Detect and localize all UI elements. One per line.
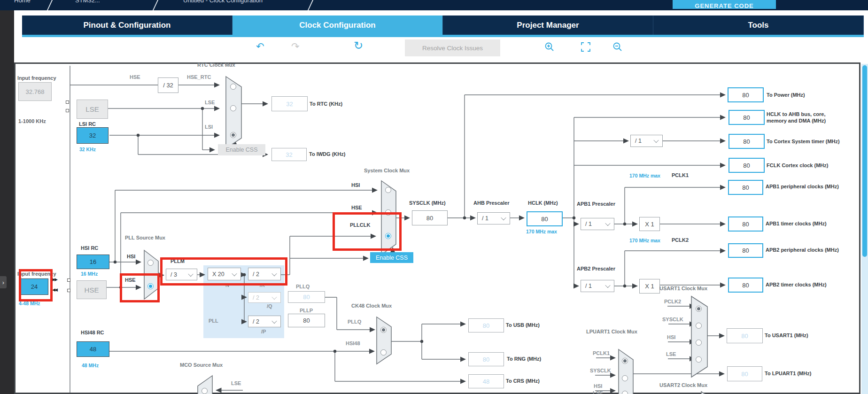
lpuart1-radio-pclk1[interactable] [622, 358, 628, 364]
ck48-radio-pllq[interactable] [380, 327, 387, 333]
breadcrumb-home[interactable]: Home [14, 0, 31, 4]
breadcrumb-bar: Home STM32... Untitled - Clock Configura… [0, 0, 868, 10]
pllsrc-radio-hsi[interactable] [147, 260, 154, 266]
lse-source-box[interactable]: LSE [77, 100, 108, 119]
pllq-value-box[interactable]: 80 [288, 291, 325, 303]
usart1-radio-sysclk[interactable] [696, 323, 702, 329]
sysmux-radio-pllclk[interactable] [385, 233, 391, 239]
breadcrumb-page[interactable]: Untitled - Clock Configuration [183, 0, 263, 4]
usart1-radio-lse[interactable] [696, 356, 702, 363]
pllsrc-radio-hse[interactable] [147, 283, 154, 289]
pllsrc-hse-label: HSE [125, 277, 136, 283]
hclk-value-box[interactable]: 80 [527, 211, 563, 226]
to-rng-value-box[interactable]: 80 [468, 352, 504, 366]
lpuart1-clock-mux-title: LPUART1 Clock Mux [586, 329, 637, 334]
sysmux-radio-hsi[interactable] [385, 187, 391, 193]
lsi-wire-label: LSI [205, 124, 213, 130]
breadcrumb-project[interactable]: STM32... [75, 0, 100, 4]
pllp-value-box[interactable]: 80 [288, 314, 325, 327]
apb1-timer-mult-box[interactable]: X 1 [639, 217, 660, 231]
to-lpuart1-value-box[interactable]: 80 [727, 366, 762, 381]
pll-source-mux-shape [144, 250, 158, 299]
to-iwdg-value-box[interactable]: 32 [271, 148, 307, 161]
lse-port[interactable] [66, 109, 69, 112]
hse-input-frequency-field[interactable]: 24 [20, 278, 48, 295]
to-crs-value-box[interactable]: 48 [468, 374, 504, 388]
to-usb-value-box[interactable]: 80 [468, 318, 504, 332]
hclk-max-label: 170 MHz max [526, 229, 557, 234]
rtc-mux-radio-hse[interactable] [230, 84, 236, 90]
lpuart1-hsi-label: HSI [594, 383, 602, 389]
apb1-prescaler-label: APB1 Prescaler [577, 201, 615, 207]
pllr-dropdown[interactable]: / 2 [248, 268, 281, 280]
hse-source-box[interactable]: HSE [77, 280, 107, 299]
apb1-max-label: 170 MHz max [629, 173, 660, 178]
usart1-radio-pclk2[interactable] [696, 306, 702, 312]
tabs-underline [22, 35, 864, 37]
fclk-value-box[interactable]: 80 [728, 158, 765, 173]
lse-input-frequency-label: Input frequency [17, 75, 56, 81]
usart1-radio-hsi[interactable] [696, 340, 702, 346]
apb2-timer-value-box[interactable]: 80 [728, 278, 763, 293]
hclk-ahb-value-box[interactable]: 80 [728, 110, 765, 125]
sysmux-pllclk-label: PLLCLK [350, 222, 370, 228]
lse-range-label: 1-1000 KHz [18, 118, 46, 124]
hse-port[interactable] [67, 278, 70, 282]
lpuart1-clock-mux-shape [619, 349, 633, 394]
ck48-radio-hsi48[interactable] [380, 349, 387, 355]
pllp-dropdown[interactable]: / 2 [248, 316, 281, 327]
plln-dropdown[interactable]: X 20 [208, 268, 241, 280]
lse-input-frequency-field[interactable]: 32.768 [18, 82, 52, 101]
rtc-enable-css-button[interactable]: Enable CSS [218, 144, 265, 155]
apb1-timer-value-box[interactable]: 80 [728, 216, 763, 232]
to-usb-label: To USB (MHz) [506, 322, 540, 328]
lpuart1-radio-sysclk[interactable] [622, 375, 628, 381]
lsi-rc-box[interactable]: 32 [77, 127, 108, 144]
tab-clock-configuration[interactable]: Clock Configuration [232, 15, 443, 35]
ahb-prescaler-label: AHB Prescaler [473, 200, 509, 206]
pllq-dropdown[interactable]: / 2 [248, 292, 281, 303]
vertical-scrollbar-thumb[interactable] [862, 65, 867, 257]
tab-tools[interactable]: Tools [653, 15, 864, 35]
ck48-pllq-label: PLLQ [348, 319, 361, 324]
generate-code-button[interactable]: GENERATE CODE [673, 0, 776, 9]
lse-port[interactable] [66, 100, 69, 104]
lpuart1-sysclk-label: SYSCLK [590, 368, 611, 373]
hclk-label: HCLK (MHz) [528, 200, 558, 206]
rtc-hse-div32-box[interactable]: / 32 [158, 77, 178, 93]
apb1-peripheral-value-box[interactable]: 80 [728, 180, 763, 195]
to-rtc-value-box[interactable]: 32 [271, 96, 308, 111]
ahb-prescaler-dropdown[interactable]: / 1 [477, 212, 510, 224]
cortex-timer-value-box[interactable]: 80 [728, 134, 765, 149]
tab-pinout-configuration[interactable]: Pinout & Configuration [22, 15, 232, 35]
pllm-dropdown[interactable]: / 3 [166, 269, 197, 280]
lpuart1-pclk1-label: PCLK1 [593, 350, 610, 356]
pll-source-mux-title: PLL Source Mux [125, 235, 165, 240]
hse-port[interactable] [67, 289, 70, 292]
chevron-down-icon [188, 271, 193, 276]
apb2-prescaler-dropdown[interactable]: / 1 [581, 280, 614, 292]
rtc-mux-radio-lsi[interactable] [230, 132, 236, 138]
to-usart1-value-box[interactable]: 80 [727, 328, 763, 343]
apb2-peripheral-value-box[interactable]: 80 [728, 243, 763, 258]
to-rng-label: To RNG (MHz) [507, 356, 541, 362]
sysmux-enable-css-button[interactable]: Enable CSS [370, 252, 413, 263]
expand-panel-chevron-icon[interactable]: › [0, 276, 7, 288]
to-power-value-box[interactable]: 80 [728, 87, 764, 102]
hsi-rc-box[interactable]: 16 [77, 255, 109, 269]
mco-radio-lse[interactable] [202, 388, 208, 394]
cortex-prescaler-dropdown[interactable]: / 1 [630, 135, 663, 147]
lse-wire-label: LSE [205, 100, 215, 105]
breadcrumb-separator [47, 0, 53, 10]
sysmux-radio-hse[interactable] [385, 209, 391, 216]
apb2-timer-mult-box[interactable]: X 1 [639, 279, 660, 294]
ck48-clock-mux-shape [377, 317, 391, 364]
tab-project-manager[interactable]: Project Manager [443, 15, 653, 35]
hse-rtc-wire-label: HSE_RTC [187, 74, 211, 80]
apb1-prescaler-dropdown[interactable]: / 1 [581, 218, 614, 230]
plln-sub-label: N [225, 282, 229, 288]
sysclk-value-box[interactable]: 80 [412, 210, 448, 225]
hsi48-rc-box[interactable]: 48 [77, 341, 109, 357]
lpuart1-radio-hsi[interactable] [622, 391, 628, 394]
rtc-mux-radio-lse[interactable] [230, 105, 236, 111]
